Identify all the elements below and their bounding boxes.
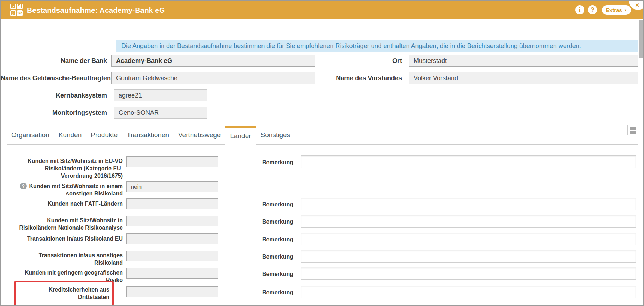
bemerkung-fatf-field[interactable] xyxy=(301,198,636,210)
tab-laender[interactable]: Länder xyxy=(225,126,256,145)
sonstiges-risikoland-field[interactable] xyxy=(126,181,218,192)
label-vorstand: Name des Vorstandes xyxy=(296,72,402,84)
tab-bar: Organisation Kunden Produkte Transaktion… xyxy=(7,126,295,144)
info-button[interactable]: i xyxy=(575,5,584,14)
label-bemerkung-1: Bemerkung xyxy=(218,156,293,166)
label-bemerkung-7: Bemerkung xyxy=(218,268,293,278)
help-button[interactable]: ? xyxy=(588,5,597,14)
bemerkung-geringes-risiko-field[interactable] xyxy=(301,267,636,280)
transaktionen-risikoland-eu-field[interactable] xyxy=(126,233,218,244)
bemerkung-transaktionen-sonstiges-field[interactable] xyxy=(301,250,636,263)
logo-badge-143: 143 xyxy=(17,10,23,16)
kreditsicherheiten-field[interactable] xyxy=(126,286,218,297)
page-title: Bestandsaufnahme: Academy-Bank eG xyxy=(27,1,165,19)
geldwaesche-beauftragter-field[interactable] xyxy=(111,72,315,84)
eu-vo-risikolaender-field[interactable] xyxy=(126,156,218,167)
label-eu-vo-risikolaender: Kunden mit Sitz/Wohnsitz in EU-VO Risiko… xyxy=(17,156,123,180)
nationale-risikoanalyse-field[interactable] xyxy=(126,216,218,226)
laender-tab-panel: Kunden mit Sitz/Wohnsitz in EU-VO Risiko… xyxy=(7,144,638,305)
label-fatf-laender: Kunden nach FATF-Ländern xyxy=(17,198,123,209)
label-bemerkung-3: Bemerkung xyxy=(218,198,293,208)
app-window: ↗ ✓✗ 143 Bestandsaufnahme: Academy-Bank … xyxy=(0,0,644,306)
help-tooltip-icon[interactable]: ? xyxy=(20,183,27,189)
vorstand-field[interactable] xyxy=(409,72,638,84)
app-logo: ↗ ✓✗ 143 xyxy=(10,4,23,16)
close-icon[interactable]: ✕ xyxy=(635,2,639,8)
chevron-down-icon: ▼ xyxy=(624,8,627,12)
tab-produkte[interactable]: Produkte xyxy=(86,126,122,144)
label-bemerkung-6: Bemerkung xyxy=(218,251,293,260)
label-bemerkung-8: Bemerkung xyxy=(218,286,293,296)
label-geldwaesche-beauftragter: Name des Geldwäsche-Beauftragten xyxy=(1,72,107,84)
label-ort: Ort xyxy=(296,55,402,67)
transaktionen-sonstiges-field[interactable] xyxy=(126,251,218,261)
list-view-toggle-button[interactable] xyxy=(627,125,638,135)
label-nationale-risikoanalyse: Kunden mit Sitz/Wohnsitz in Risikoländer… xyxy=(17,216,123,231)
logo-barchart-icon xyxy=(17,4,23,9)
info-notice: Die Angaben in der Bestandsaufnahme best… xyxy=(116,40,638,52)
label-transaktionen-risikoland-eu: Transaktionen in/aus Risikoland EU xyxy=(17,233,123,244)
bemerkung-transaktionen-eu-field[interactable] xyxy=(301,233,636,245)
extras-menu-button[interactable]: Extras▼ xyxy=(602,5,631,15)
bemerkung-kreditsicherheiten-field[interactable] xyxy=(301,286,636,298)
label-monitoringsystem: Monitoringsystem xyxy=(1,107,107,119)
label-name-der-bank: Name der Bank xyxy=(1,55,107,67)
tab-organisation[interactable]: Organisation xyxy=(7,126,54,144)
red-highlight-annotation: Kreditsicherheiten aus Drittstaaten xyxy=(14,281,114,306)
ort-field[interactable] xyxy=(409,55,638,67)
vertical-scrollbar-thumb[interactable] xyxy=(639,20,644,58)
tab-vertriebswege[interactable]: Vertriebswege xyxy=(174,126,225,144)
header-bar: ↗ ✓✗ 143 Bestandsaufnahme: Academy-Bank … xyxy=(1,1,643,19)
label-kreditsicherheiten-drittstaaten: Kreditsicherheiten aus Drittstaaten xyxy=(18,286,109,301)
geringes-geografisches-risiko-field[interactable] xyxy=(126,268,218,279)
logo-arrow-icon: ↗ xyxy=(10,4,16,9)
label-bemerkung-4: Bemerkung xyxy=(218,216,293,225)
bemerkung-nationale-field[interactable] xyxy=(301,215,636,228)
label-kernbanksystem: Kernbanksystem xyxy=(1,89,107,101)
name-der-bank-field[interactable] xyxy=(111,55,315,67)
content-right-divider xyxy=(638,19,638,306)
label-transaktionen-sonstiges-risikoland: Transaktionen in/aus sonstiges Risikolan… xyxy=(17,251,123,266)
monitoringsystem-field[interactable] xyxy=(114,107,207,119)
tab-sonstiges[interactable]: Sonstiges xyxy=(256,126,295,144)
tab-kunden[interactable]: Kunden xyxy=(54,126,86,144)
bemerkung-eu-vo-field[interactable] xyxy=(301,155,636,168)
kernbanksystem-field[interactable] xyxy=(114,89,207,101)
label-sonstiges-risikoland: ?Kunden mit Sitz/Wohnsitz in einem sonst… xyxy=(17,181,123,197)
tab-transaktionen[interactable]: Transaktionen xyxy=(122,126,174,144)
logo-check-x-icon: ✓✗ xyxy=(10,10,16,16)
label-bemerkung-5: Bemerkung xyxy=(218,233,293,243)
fatf-laender-field[interactable] xyxy=(126,198,218,209)
